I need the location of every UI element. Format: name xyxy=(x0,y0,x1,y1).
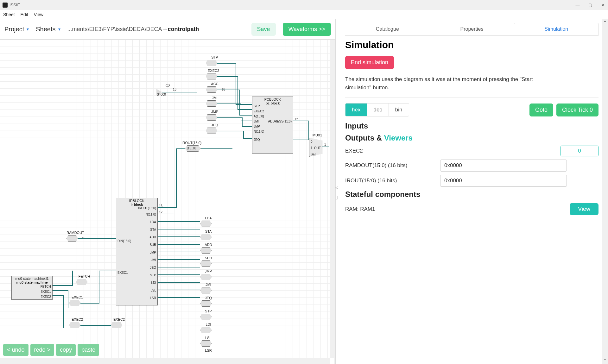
menu-view[interactable]: View xyxy=(34,12,43,17)
port: DIN(15:0) xyxy=(117,239,131,243)
io-port[interactable] xyxy=(206,114,217,121)
component-pcblock[interactable]: PCBLOCK pc block STP EXEC2 A(15:0) JMI J… xyxy=(252,97,293,154)
component-irblock[interactable]: IRBLOCK ir block DIN(15:0) EXEC1 IROUT(1… xyxy=(116,198,158,305)
save-button[interactable]: Save xyxy=(251,23,276,36)
port: 1 xyxy=(311,146,313,150)
edit-buttons: < undo redo > copy paste xyxy=(3,344,99,356)
io-label: JEQ xyxy=(205,123,224,127)
io-label: RAMDOUT xyxy=(63,231,88,235)
component-state-machine[interactable]: mu0 state machine.I1 mu0 state machine F… xyxy=(11,276,53,300)
io-port[interactable] xyxy=(200,234,212,240)
wire xyxy=(162,92,197,92)
io-label: EXEC1 xyxy=(68,295,87,299)
output-value[interactable]: 0x0000 xyxy=(440,160,567,172)
wire xyxy=(239,90,240,115)
io-port[interactable] xyxy=(200,340,212,347)
horizontal-scrollbar[interactable] xyxy=(0,358,330,364)
tab-catalogue[interactable]: Catalogue xyxy=(345,23,430,35)
goto-button[interactable]: Goto xyxy=(529,104,553,116)
window-close[interactable]: ✕ xyxy=(600,3,605,7)
scroll-down-icon[interactable] xyxy=(602,358,608,364)
io-port[interactable] xyxy=(206,100,217,107)
menu-sheet[interactable]: Sheet xyxy=(3,12,15,17)
io-label: LSR xyxy=(199,348,218,352)
clock-tick-button[interactable]: Clock Tick 0 xyxy=(556,104,598,116)
chevron-down-icon: ▾ xyxy=(27,27,29,32)
io-port[interactable] xyxy=(200,221,212,227)
waveforms-button[interactable]: Waveforms >> xyxy=(283,23,331,36)
project-dropdown[interactable]: Project ▾ xyxy=(4,26,29,33)
wire xyxy=(238,76,238,109)
io-port[interactable] xyxy=(200,247,212,254)
component-name: IRBLOCK xyxy=(116,198,157,203)
wire xyxy=(158,267,200,267)
window-minimize[interactable]: — xyxy=(575,3,580,7)
io-port[interactable] xyxy=(206,128,217,134)
sheets-dropdown[interactable]: Sheets ▾ xyxy=(36,26,60,33)
wire xyxy=(53,290,68,291)
end-simulation-button[interactable]: End simulation xyxy=(345,56,394,69)
radix-bin[interactable]: bin xyxy=(389,104,409,116)
port: EXEC2 xyxy=(254,110,264,113)
output-value[interactable]: 0x0000 xyxy=(440,175,567,187)
io-port[interactable] xyxy=(111,322,122,328)
menubar: Sheet Edit View xyxy=(0,10,608,19)
wire xyxy=(158,244,200,245)
undo-button[interactable]: < undo xyxy=(3,344,28,356)
io-label: STP xyxy=(199,309,218,313)
io-port[interactable] xyxy=(76,279,87,285)
port: JEQ xyxy=(150,266,156,269)
stateful-heading: Stateful components xyxy=(345,190,598,199)
scroll-up-icon[interactable] xyxy=(602,19,608,25)
wire xyxy=(201,148,232,149)
io-label: STA xyxy=(199,229,218,233)
viewers-link[interactable]: Viewers xyxy=(384,134,413,142)
wire xyxy=(217,104,241,104)
wire xyxy=(217,63,236,64)
output-row-ramdout: RAMDOUT(15:0) (16 bits) 0x0000 xyxy=(345,160,598,172)
io-port[interactable] xyxy=(69,322,80,328)
outputs-label: Outputs & xyxy=(345,134,384,142)
radix-hex[interactable]: hex xyxy=(345,104,367,116)
io-label: STP xyxy=(205,55,224,59)
wire xyxy=(158,282,200,283)
tab-simulation[interactable]: Simulation xyxy=(514,23,598,35)
window-maximize[interactable]: ▢ xyxy=(588,3,593,7)
io-port[interactable] xyxy=(200,327,212,333)
wire xyxy=(80,325,111,326)
wire xyxy=(53,285,73,286)
radix-dec[interactable]: dec xyxy=(367,104,389,116)
port: EXEC1 xyxy=(117,271,128,274)
port: A(15:0) xyxy=(254,115,264,118)
io-label: EXEC2 xyxy=(204,69,223,72)
io-port[interactable] xyxy=(206,60,217,66)
tab-properties[interactable]: Properties xyxy=(430,23,514,35)
output-value[interactable]: 0 xyxy=(560,146,598,156)
view-ram-button[interactable]: View xyxy=(570,203,598,215)
io-port[interactable] xyxy=(200,287,212,293)
io-label: LSL xyxy=(199,336,218,340)
io-port[interactable] xyxy=(200,274,212,280)
io-port[interactable] xyxy=(69,300,80,306)
io-port[interactable] xyxy=(200,260,212,267)
io-port[interactable] xyxy=(206,86,217,93)
copy-button[interactable]: copy xyxy=(56,344,76,356)
breadcrumb-prefix: ...ments\EIE3\FYP\issie\DECA\DECA→ xyxy=(67,26,168,32)
paste-button[interactable]: paste xyxy=(78,344,99,356)
menu-edit[interactable]: Edit xyxy=(21,12,28,17)
io-port[interactable] xyxy=(66,235,78,242)
port: N(11:0) xyxy=(146,213,156,216)
io-port[interactable] xyxy=(200,314,212,320)
component-mux[interactable]: 0 1 SEL OUT xyxy=(309,138,322,157)
io-label: EXEC2 xyxy=(68,317,87,321)
app-title: ISSIE xyxy=(10,3,20,7)
io-port[interactable] xyxy=(206,73,217,79)
port: LDA xyxy=(150,220,156,224)
io-port[interactable] xyxy=(200,300,212,307)
diagram-canvas[interactable]: C2 $4000 16 STP EXEC2 ACC 16 JMI JMP JEQ xyxy=(0,39,335,364)
port: EXEC2 xyxy=(41,295,51,298)
panel-scrollbar[interactable] xyxy=(602,19,608,364)
bus-width: 1 xyxy=(324,143,326,146)
redo-button[interactable]: redo > xyxy=(30,344,54,356)
wire xyxy=(158,252,200,252)
